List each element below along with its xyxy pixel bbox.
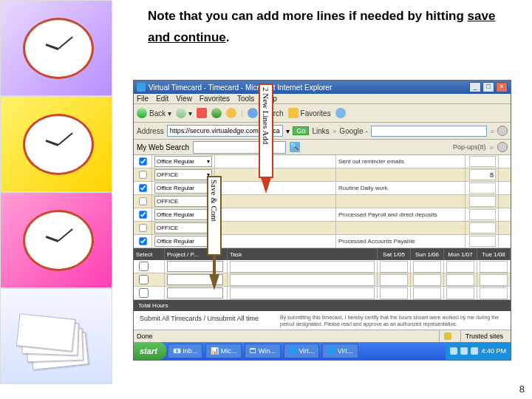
row-checkbox[interactable]	[139, 157, 146, 165]
table-row: OFFICE▾	[134, 195, 511, 208]
project-select[interactable]: OFFICE▾	[154, 222, 212, 233]
project-select[interactable]: Office Regular▾	[154, 183, 212, 194]
mws-search-icon[interactable]: 🔍	[290, 142, 300, 152]
instruction-text: Note that you can add more lines if need…	[148, 6, 517, 49]
row-spacer	[215, 155, 336, 168]
entry-day-input[interactable]	[413, 287, 441, 299]
menu-file[interactable]: File	[137, 95, 149, 103]
forward-button[interactable]: ▾	[176, 108, 192, 118]
row-hours-input[interactable]	[469, 209, 496, 220]
row-checkbox[interactable]	[139, 184, 146, 191]
mws-settings-icon[interactable]	[497, 142, 508, 152]
instruction-prefix: Note that you can add more lines if need…	[148, 9, 468, 23]
entry-row	[134, 273, 511, 287]
favorites-button[interactable]: Favorites	[288, 108, 331, 118]
row-spacer	[215, 235, 336, 248]
entry-day-input[interactable]	[413, 261, 441, 273]
submit-area: Submit All Timecards / Unsubmit All time…	[134, 311, 511, 330]
go-button[interactable]: Go	[293, 126, 309, 135]
entry-task-input[interactable]	[230, 261, 375, 273]
menu-favorites[interactable]: Favorites	[200, 95, 230, 103]
entry-day-input[interactable]	[446, 261, 474, 273]
row-checkbox[interactable]	[139, 211, 146, 218]
forward-icon	[176, 108, 186, 118]
popup-blocker[interactable]: Pop-ups(8)	[453, 143, 486, 151]
entry-day-input[interactable]	[380, 261, 408, 273]
totals-row: Total Hours	[134, 300, 511, 311]
address-label: Address	[137, 127, 164, 135]
row-hours-input[interactable]	[469, 169, 496, 180]
entry-day-input[interactable]	[380, 287, 408, 299]
row-hours-input[interactable]	[469, 196, 496, 207]
project-select[interactable]: OFFICE▾	[154, 169, 212, 180]
callout-save-cont: Save & Cont	[207, 176, 222, 290]
maximize-button[interactable]: □	[482, 82, 494, 92]
ie-statusbar: Done Trusted sites	[134, 330, 511, 342]
refresh-button[interactable]	[211, 108, 222, 118]
windows-taskbar[interactable]: start 📧 Inb... 📊 Mic... 🗔 Win... 🌐 Virt.…	[134, 342, 511, 360]
hdr-task: Task	[228, 248, 378, 260]
row-hours-input[interactable]	[469, 222, 496, 233]
tray-icon[interactable]	[450, 347, 457, 355]
entry-day-input[interactable]	[480, 274, 508, 286]
row-hours-input[interactable]	[469, 236, 496, 247]
entry-day-input[interactable]	[480, 287, 508, 299]
row-checkbox[interactable]	[139, 197, 146, 205]
settings-icon[interactable]	[497, 126, 508, 136]
row-checkbox[interactable]	[139, 171, 146, 178]
mws-label: My Web Search	[137, 143, 189, 151]
entry-day-input[interactable]	[413, 274, 441, 286]
callout-add-lines: 2 New Lines Add	[259, 83, 273, 194]
row-checkbox[interactable]	[139, 237, 146, 245]
window-titlebar[interactable]: Virtual Timecard - Timecard - Microsoft …	[134, 81, 511, 94]
entry-task-input[interactable]	[230, 287, 375, 299]
taskbar-item[interactable]: 🌐 Virt...	[284, 344, 319, 358]
row-note: Routine Daily work	[336, 182, 466, 194]
row-note	[336, 168, 466, 181]
project-select[interactable]: Office Regular▾	[154, 236, 212, 247]
system-tray[interactable]: 4:40 PM	[446, 342, 511, 360]
ie-menubar[interactable]: File Edit View Favorites Tools Help	[134, 94, 511, 104]
taskbar-item[interactable]: 🌐 Virt...	[322, 344, 358, 358]
row-spacer	[215, 182, 336, 194]
stop-button[interactable]	[197, 108, 207, 118]
row-checkbox[interactable]	[139, 224, 146, 231]
menu-edit[interactable]: Edit	[156, 95, 168, 103]
instruction-suffix: .	[226, 30, 230, 44]
tray-icon[interactable]	[471, 347, 478, 355]
row-hours-input[interactable]	[469, 183, 496, 194]
home-button[interactable]	[226, 108, 236, 118]
entry-task-input[interactable]	[230, 274, 375, 286]
entry-checkbox[interactable]	[139, 275, 149, 284]
row-note: Sent out reminder emails	[336, 155, 466, 168]
project-select[interactable]: Office Regular▾	[154, 156, 212, 167]
taskbar-item[interactable]: 📊 Mic...	[205, 344, 242, 358]
links-button[interactable]: Links	[312, 127, 329, 135]
project-select[interactable]: OFFICE▾	[154, 196, 212, 207]
entry-day-input[interactable]	[380, 274, 408, 286]
entry-day-input[interactable]	[446, 274, 474, 286]
entry-checkbox[interactable]	[139, 288, 149, 298]
row-spacer	[215, 195, 336, 208]
tray-icon[interactable]	[460, 347, 468, 355]
entry-checkbox[interactable]	[139, 262, 149, 271]
minimize-button[interactable]: _	[469, 82, 481, 92]
entry-day-input[interactable]	[446, 287, 474, 299]
taskbar-item[interactable]: 📧 Inb...	[168, 344, 203, 358]
row-note: Processed Payroll and direct deposits	[336, 208, 466, 221]
menu-view[interactable]: View	[176, 95, 192, 103]
history-button[interactable]	[335, 108, 346, 118]
taskbar-item[interactable]: 🗔 Win...	[245, 344, 281, 358]
row-note	[336, 222, 466, 234]
back-button[interactable]: Back▾	[137, 108, 171, 118]
row-hours-input[interactable]	[469, 156, 496, 167]
google-search-input[interactable]	[371, 126, 488, 137]
submit-label: Submit All Timecards / Unsubmit All time	[140, 315, 280, 322]
project-select[interactable]: Office Regular▾	[154, 209, 212, 220]
menu-tools[interactable]: Tools	[237, 95, 254, 103]
start-button[interactable]: start	[134, 342, 166, 360]
star-icon	[288, 108, 299, 118]
close-button[interactable]: ×	[496, 82, 508, 92]
entry-day-input[interactable]	[480, 261, 508, 273]
thumb-paper-stack	[0, 288, 112, 384]
